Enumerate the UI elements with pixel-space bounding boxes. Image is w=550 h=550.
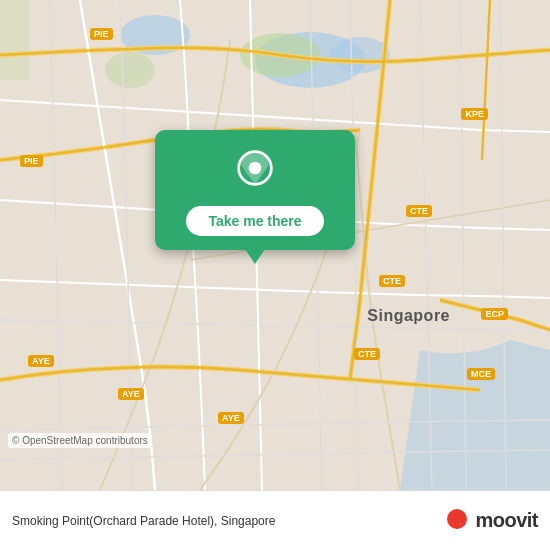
road-label-cte-low: CTE [354,348,380,360]
svg-point-6 [105,52,155,88]
road-label-cte-mid: CTE [379,275,405,287]
svg-rect-5 [0,0,30,80]
road-label-aye-right: AYE [218,412,244,424]
moovit-logo: M moovit [443,507,538,535]
map-label-singapore: Singapore [367,307,450,325]
map-container: PIE PIE KPE CTE CTE CTE AYE AYE AYE ECP … [0,0,550,490]
take-me-there-button[interactable]: Take me there [186,206,323,236]
location-pin-icon [230,148,280,198]
info-bar: Smoking Point(Orchard Parade Hotel), Sin… [0,490,550,550]
road-label-ecp: ECP [481,308,508,320]
moovit-brand-name: moovit [475,509,538,532]
road-label-pie-mid: PIE [20,155,43,167]
road-label-pie-top: PIE [90,28,113,40]
road-label-aye-mid: AYE [118,388,144,400]
popup-card: Take me there [155,130,355,250]
road-label-aye-left: AYE [28,355,54,367]
location-name: Smoking Point(Orchard Parade Hotel), Sin… [12,514,443,528]
road-label-cte-top: CTE [406,205,432,217]
road-label-mce: MCE [467,368,495,380]
osm-attribution: © OpenStreetMap contributors [8,433,152,448]
moovit-pin-icon: M [443,507,471,535]
road-label-kpe: KPE [461,108,488,120]
